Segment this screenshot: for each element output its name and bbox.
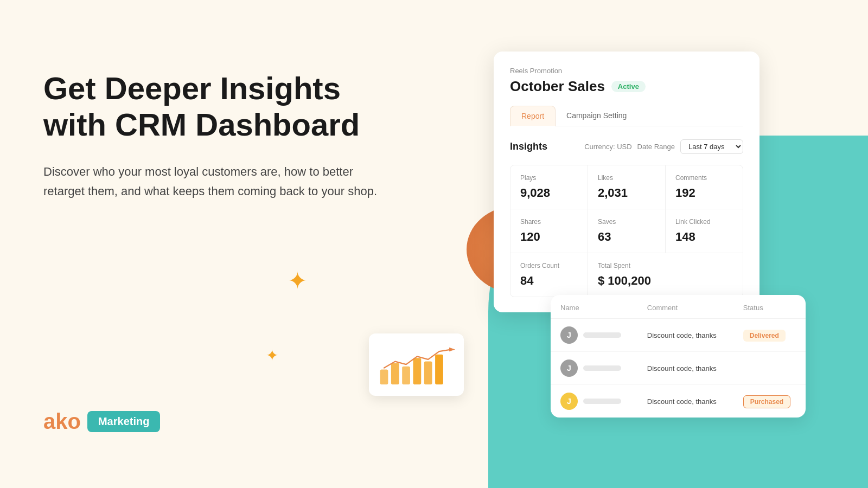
table-row: J Discount code, thanks Purchased [551, 385, 806, 418]
metric-likes-value: 2,031 [598, 186, 655, 200]
table-row: J Discount code, thanks Delivered [551, 319, 806, 352]
status-badge-purchased: Purchased [743, 395, 790, 408]
metric-comments-value: 192 [675, 186, 733, 200]
row-2-name: J [551, 352, 637, 385]
svg-rect-2 [402, 367, 410, 384]
svg-rect-1 [391, 363, 399, 384]
star-large-decoration [288, 269, 311, 293]
metric-orders-count: Orders Count 84 [510, 253, 588, 297]
metric-total-spent-label: Total Spent [598, 262, 733, 269]
row-3-comment: Discount code, thanks [637, 385, 733, 418]
metric-shares-label: Shares [520, 218, 578, 226]
tab-campaign-setting[interactable]: Campaign Setting [556, 106, 637, 126]
svg-rect-4 [424, 362, 432, 384]
active-badge: Active [611, 81, 646, 92]
date-range-label: Date Range [637, 143, 675, 151]
chart-card [369, 333, 464, 396]
chart-svg [378, 344, 455, 387]
insights-header: Insights Currency: USD Date Range Last 7… [510, 139, 743, 154]
row-3-status: Purchased [733, 385, 806, 418]
card-subtitle: Reels Promotion [510, 67, 743, 75]
hero-subtext: Discover who your most loyal customers a… [43, 162, 380, 200]
hero-content: Get Deeper Insights with CRM Dashboard D… [43, 70, 380, 201]
name-bar-1 [583, 332, 621, 338]
row-2-comment: Discount code, thanks [637, 352, 733, 385]
tab-report[interactable]: Report [510, 106, 556, 126]
metric-link-clicked-label: Link Clicked [675, 218, 733, 226]
metric-plays-label: Plays [520, 174, 578, 182]
row-3-name: J [551, 385, 637, 418]
card-title: October Sales [510, 78, 605, 95]
avatar-3: J [560, 393, 578, 410]
avatar-2: J [560, 359, 578, 377]
metric-total-spent: Total Spent $ 100,200 [588, 253, 743, 297]
col-status: Status [733, 295, 806, 319]
currency-label: Currency: USD [584, 143, 631, 151]
insights-title: Insights [510, 141, 547, 152]
metric-orders-label: Orders Count [520, 262, 578, 269]
metric-link-clicked: Link Clicked 148 [666, 209, 743, 253]
svg-rect-0 [380, 369, 388, 384]
star-small-decoration [266, 348, 278, 363]
date-range-select[interactable]: Last 7 days Last 30 days Last 90 days [680, 139, 743, 154]
metric-likes-label: Likes [598, 174, 655, 182]
row-1-name: J [551, 319, 637, 352]
metric-likes: Likes 2,031 [588, 165, 665, 209]
metric-shares-value: 120 [520, 230, 578, 244]
metric-plays: Plays 9,028 [510, 165, 588, 209]
main-heading: Get Deeper Insights with CRM Dashboard [43, 70, 380, 143]
name-bar-2 [583, 365, 621, 371]
status-badge-delivered: Delivered [743, 330, 786, 342]
logo-badge: Marketing [87, 411, 160, 432]
card-title-row: October Sales Active [510, 78, 743, 95]
svg-rect-3 [413, 358, 422, 384]
metric-saves-label: Saves [598, 218, 655, 226]
col-name: Name [551, 295, 637, 319]
row-1-status: Delivered [733, 319, 806, 352]
metrics-grid: Plays 9,028 Likes 2,031 Comments 192 Sha… [510, 165, 743, 297]
insights-filters: Currency: USD Date Range Last 7 days Las… [584, 139, 743, 154]
col-comment: Comment [637, 295, 733, 319]
metric-total-spent-value: $ 100,200 [598, 274, 733, 288]
metric-shares: Shares 120 [510, 209, 588, 253]
metric-plays-value: 9,028 [520, 186, 578, 200]
metric-link-clicked-value: 148 [675, 230, 733, 244]
metric-orders-value: 84 [520, 274, 578, 288]
row-2-status [733, 352, 806, 385]
metric-comments: Comments 192 [666, 165, 743, 209]
svg-rect-5 [435, 355, 443, 384]
metric-comments-label: Comments [675, 174, 733, 182]
logo-area: ako Marketing [43, 409, 160, 434]
dashboard-card: Reels Promotion October Sales Active Rep… [494, 52, 760, 312]
svg-marker-6 [449, 348, 455, 351]
tabs-row: Report Campaign Setting [510, 106, 743, 126]
comments-table: Name Comment Status J Discount code, tha… [551, 295, 806, 418]
row-1-comment: Discount code, thanks [637, 319, 733, 352]
comments-card: Name Comment Status J Discount code, tha… [551, 295, 806, 418]
avatar-1: J [560, 326, 578, 344]
table-row: J Discount code, thanks [551, 352, 806, 385]
logo-text: ako [43, 409, 81, 434]
name-bar-3 [583, 399, 621, 404]
metric-saves: Saves 63 [588, 209, 665, 253]
metric-saves-value: 63 [598, 230, 655, 244]
